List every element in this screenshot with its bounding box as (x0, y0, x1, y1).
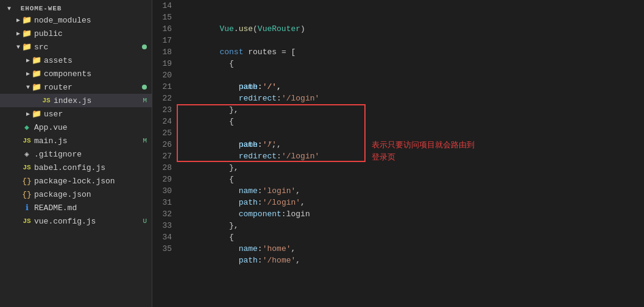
code-line-20: path:'/', (182, 69, 644, 81)
code-editor: 14 15 16 17 18 19 20 21 22 23 24 25 26 2… (152, 0, 644, 307)
code-line-30: path:'/login', (182, 185, 644, 197)
info-file-icon: ℹ (22, 203, 32, 213)
chevron-right-icon: ▶ (15, 30, 22, 37)
sidebar-item-label: components (44, 69, 152, 79)
folder-icon: 📁 (32, 69, 41, 79)
chevron-right-icon: ▶ (24, 110, 32, 118)
code-line-16 (182, 23, 644, 35)
folder-icon: 📁 (32, 55, 41, 65)
sidebar-item-babel-config[interactable]: JS babel.config.js (0, 161, 152, 174)
code-line-17: const routes = [ (182, 35, 644, 46)
sidebar-item-label: router (44, 83, 142, 92)
vue-file-icon: ◆ (22, 122, 32, 132)
sidebar-item-index-js[interactable]: JS index.js M (0, 94, 152, 107)
modified-badge: M (143, 97, 147, 104)
js-file-icon: JS (22, 137, 32, 144)
code-line-31: component:login (182, 197, 644, 208)
root-folder-label: EHOME-WEB (21, 5, 62, 12)
sidebar-item-components[interactable]: ▶ 📁 components (0, 67, 152, 80)
sidebar-item-label: App.vue (34, 123, 152, 132)
sidebar-item-label: src (34, 43, 142, 52)
code-line-33: { (182, 220, 644, 231)
annotation-line1: 表示只要访问项目就会路由到 (372, 139, 475, 151)
file-explorer: ▼ EHOME-WEB ▶ 📁 node_modules ▶ 📁 public … (0, 0, 152, 307)
sidebar-item-gitignore[interactable]: ◈ .gitignore (0, 147, 152, 161)
chevron-down-icon: ▼ (15, 44, 22, 51)
sidebar-item-public[interactable]: ▶ 📁 public (0, 27, 152, 40)
folder-icon: 📁 (22, 15, 32, 25)
code-area: 14 15 16 17 18 19 20 21 22 23 24 25 26 2… (152, 0, 644, 307)
json-file-icon: {} (22, 177, 32, 186)
sidebar-item-label: index.js (54, 96, 143, 105)
code-line-25: path:'', (182, 127, 644, 139)
sidebar-item-label: babel.config.js (34, 163, 152, 172)
sidebar-item-main-js[interactable]: JS main.js M (0, 134, 152, 147)
sidebar-item-label: vue.config.js (34, 217, 143, 226)
line-numbers: 14 15 16 17 18 19 20 21 22 23 24 25 26 2… (152, 0, 177, 307)
sidebar-item-label: user (44, 110, 152, 119)
sidebar-item-label: README.md (34, 203, 152, 213)
code-line-29: name:'login', (182, 174, 644, 185)
chevron-right-icon: ▶ (24, 57, 32, 64)
code-line-35: path:'/home', (182, 243, 644, 255)
explorer-title: ▼ EHOME-WEB (0, 2, 152, 13)
annotation-text: 表示只要访问项目就会路由到 登录页 (372, 139, 475, 163)
gitignore-file-icon: ◈ (22, 149, 32, 159)
sidebar-item-node-modules[interactable]: ▶ 📁 node_modules (0, 13, 152, 27)
sidebar-item-label: main.js (34, 136, 143, 146)
sidebar-item-label: node_modules (34, 16, 152, 25)
folder-icon: 📁 (32, 82, 41, 92)
sidebar-item-user[interactable]: ▶ 📁 user (0, 107, 152, 121)
code-line-18: { (182, 46, 644, 58)
sidebar-item-label: assets (44, 56, 152, 65)
modified-dot-badge (142, 44, 147, 49)
sidebar-item-package-json[interactable]: {} package.json (0, 188, 152, 201)
sidebar-item-assets[interactable]: ▶ 📁 assets (0, 54, 152, 67)
sidebar-item-label: .gitignore (34, 150, 152, 159)
folder-icon: 📁 (32, 109, 41, 119)
sidebar-item-label: package.json (34, 190, 152, 199)
modified-badge: M (143, 137, 147, 144)
json-file-icon: {} (22, 190, 32, 199)
sidebar-item-router[interactable]: ▼ 📁 router (0, 80, 152, 94)
sidebar-item-src[interactable]: ▼ 📁 src (0, 40, 152, 54)
sidebar-item-label: package-lock.json (34, 177, 152, 186)
sidebar-item-vue-config[interactable]: JS vue.config.js U (0, 214, 152, 228)
code-line-24: ➤ name:'/', (182, 116, 644, 127)
code-line-32: }, (182, 208, 644, 220)
code-line-15: Vue.use(VueRouter) (182, 12, 644, 23)
untracked-badge: U (143, 217, 147, 225)
code-line-28: { (182, 162, 644, 174)
sidebar-item-label: public (34, 29, 152, 38)
chevron-right-icon: ▶ (15, 16, 22, 24)
code-line-34: name:'home', (182, 231, 644, 243)
chevron-down-icon: ▼ (24, 84, 32, 91)
code-line-22: }, (182, 93, 644, 104)
sidebar-item-app-vue[interactable]: ◆ App.vue (0, 121, 152, 134)
sidebar-item-readme[interactable]: ℹ README.md (0, 201, 152, 214)
folder-icon: 📁 (22, 29, 32, 38)
code-line-19: ➤ name:'/', (182, 58, 644, 69)
modified-dot-badge (142, 85, 147, 90)
folder-icon: 📁 (22, 42, 32, 52)
code-lines: Vue.use(VueRouter) const routes = [ { ➤ … (177, 0, 644, 307)
js-file-icon: JS (41, 97, 51, 104)
js-file-icon: JS (22, 164, 32, 171)
code-line-21: redirect:'/login' (182, 81, 644, 93)
code-line-14 (182, 0, 644, 12)
js-file-icon: JS (22, 217, 32, 225)
sidebar-item-package-lock[interactable]: {} package-lock.json (0, 174, 152, 188)
code-line-23: { (182, 104, 644, 116)
chevron-right-icon: ▶ (24, 70, 32, 77)
annotation-line2: 登录页 (372, 151, 475, 163)
